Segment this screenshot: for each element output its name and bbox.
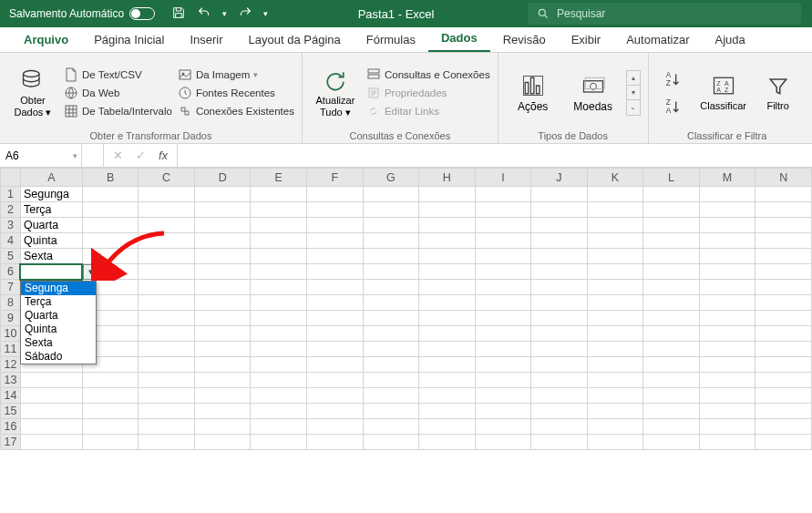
row-header[interactable]: 17: [1, 435, 21, 450]
atualizar-tudo-button[interactable]: AtualizarTudo ▾: [310, 56, 361, 128]
cell[interactable]: [82, 202, 139, 218]
cell[interactable]: [587, 357, 643, 373]
column-header[interactable]: F: [307, 169, 364, 187]
cell[interactable]: [755, 264, 812, 280]
cell[interactable]: [699, 202, 755, 218]
cell[interactable]: [307, 280, 364, 295]
row-header[interactable]: 15: [1, 404, 21, 419]
cell[interactable]: [587, 233, 643, 249]
cell[interactable]: [20, 388, 82, 404]
cell[interactable]: [363, 404, 419, 419]
cell[interactable]: [531, 435, 588, 450]
cell[interactable]: [699, 280, 755, 295]
cell[interactable]: [20, 373, 82, 388]
cell[interactable]: [194, 373, 251, 388]
cell[interactable]: [475, 311, 531, 326]
tab-exibir[interactable]: Exibir: [559, 27, 614, 52]
cell[interactable]: [699, 326, 755, 342]
cell[interactable]: [251, 404, 307, 419]
cell[interactable]: [755, 419, 812, 435]
tab-layout[interactable]: Layout da Página: [236, 27, 354, 52]
cell[interactable]: Terça: [20, 202, 82, 218]
cell[interactable]: [643, 404, 700, 419]
de-text-csv-button[interactable]: De Text/CSV: [64, 67, 172, 82]
cell[interactable]: [531, 326, 588, 342]
cell[interactable]: [82, 187, 139, 202]
cell[interactable]: [194, 404, 251, 419]
cell[interactable]: [531, 295, 588, 311]
cell[interactable]: [643, 202, 700, 218]
cell[interactable]: [419, 233, 476, 249]
cell[interactable]: [139, 187, 195, 202]
cell[interactable]: [419, 218, 476, 233]
cell[interactable]: [699, 435, 755, 450]
cell[interactable]: [419, 388, 476, 404]
cell[interactable]: [475, 373, 531, 388]
cell[interactable]: [251, 280, 307, 295]
cell[interactable]: [363, 249, 419, 264]
cell[interactable]: [755, 404, 812, 419]
cell[interactable]: [82, 435, 139, 450]
cell[interactable]: Quinta: [20, 233, 82, 249]
cell[interactable]: [699, 218, 755, 233]
column-header[interactable]: J: [531, 169, 588, 187]
cell[interactable]: [251, 373, 307, 388]
cell[interactable]: [363, 419, 419, 435]
cell[interactable]: [363, 280, 419, 295]
cell[interactable]: [643, 419, 700, 435]
cell[interactable]: [755, 218, 812, 233]
cell[interactable]: [363, 202, 419, 218]
cell[interactable]: [531, 264, 588, 280]
cell[interactable]: [139, 233, 195, 249]
select-all-corner[interactable]: [1, 169, 21, 187]
cell[interactable]: [139, 419, 195, 435]
cell[interactable]: [194, 187, 251, 202]
cell[interactable]: [194, 233, 251, 249]
cell[interactable]: [307, 233, 364, 249]
tab-ajuda[interactable]: Ajuda: [703, 27, 758, 52]
cell[interactable]: [251, 249, 307, 264]
cell[interactable]: [251, 202, 307, 218]
tab-formulas[interactable]: Fórmulas: [354, 27, 428, 52]
cell[interactable]: [755, 435, 812, 450]
cell[interactable]: [475, 326, 531, 342]
cell[interactable]: [363, 187, 419, 202]
cell[interactable]: [699, 373, 755, 388]
cell[interactable]: [139, 264, 195, 280]
cell[interactable]: [475, 264, 531, 280]
cell[interactable]: [194, 218, 251, 233]
cell[interactable]: [20, 419, 82, 435]
cell[interactable]: [139, 280, 195, 295]
cell[interactable]: [531, 404, 588, 419]
cell[interactable]: [307, 419, 364, 435]
cell[interactable]: [587, 435, 643, 450]
cell[interactable]: [82, 233, 139, 249]
cell[interactable]: [307, 187, 364, 202]
cell[interactable]: [699, 249, 755, 264]
cell[interactable]: [363, 311, 419, 326]
dropdown-option[interactable]: Terça: [21, 295, 96, 309]
cell[interactable]: [251, 342, 307, 357]
cell[interactable]: [643, 233, 700, 249]
cell[interactable]: [699, 187, 755, 202]
cell[interactable]: [531, 280, 588, 295]
cell[interactable]: [475, 295, 531, 311]
gallery-nav[interactable]: ▴ ▾ ⌄: [626, 70, 641, 116]
cell[interactable]: [699, 419, 755, 435]
cell[interactable]: [82, 218, 139, 233]
save-icon[interactable]: [171, 5, 186, 23]
cell[interactable]: [643, 264, 700, 280]
cell[interactable]: [699, 357, 755, 373]
cell[interactable]: [251, 218, 307, 233]
cell[interactable]: [194, 326, 251, 342]
cell[interactable]: [755, 187, 812, 202]
row-header[interactable]: 7: [1, 280, 21, 295]
gallery-more-icon[interactable]: ⌄: [627, 100, 640, 115]
cell[interactable]: [699, 295, 755, 311]
cell[interactable]: [363, 357, 419, 373]
row-header[interactable]: 4: [1, 233, 21, 249]
filtro-button[interactable]: Filtro: [758, 56, 798, 128]
cell[interactable]: [475, 202, 531, 218]
cell[interactable]: [475, 187, 531, 202]
row-header[interactable]: 9: [1, 311, 21, 326]
